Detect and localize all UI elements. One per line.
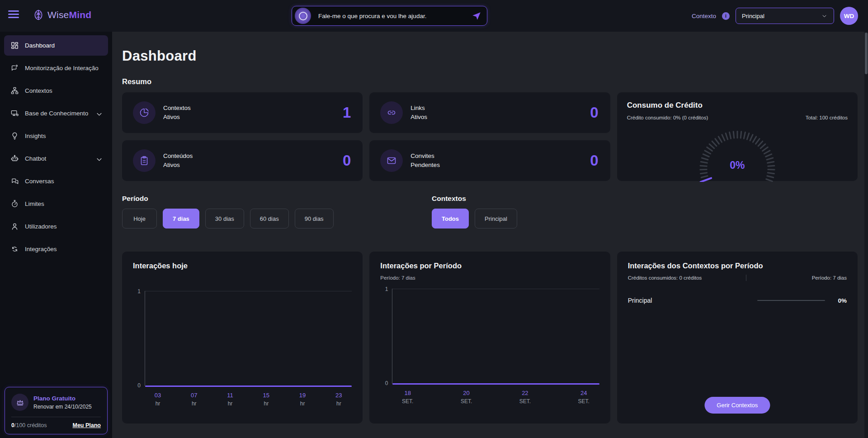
period-button-hoje[interactable]: Hoje — [122, 209, 157, 229]
info-icon[interactable] — [722, 12, 730, 20]
send-icon — [472, 11, 481, 21]
credit-card-title: Consumo de Crédito — [627, 101, 848, 110]
page-title: Dashboard — [122, 48, 858, 64]
sidebar-item-conversas[interactable]: Conversas — [4, 171, 108, 191]
contextos-ativos-value: 1 — [343, 104, 351, 121]
stopwatch-icon — [10, 200, 19, 208]
app-logo: WiseMind — [33, 9, 91, 21]
contexts-heading: Contextos — [432, 195, 517, 203]
gauge-value: 0% — [627, 159, 848, 171]
context-usage-bar — [757, 300, 825, 301]
context-button-principal[interactable]: Principal — [475, 209, 517, 229]
clipboard-icon — [133, 149, 156, 172]
send-button[interactable] — [466, 6, 487, 25]
conteudos-ativos-value: 0 — [343, 152, 351, 169]
chart-title: Interações por Período — [380, 262, 599, 270]
chat-bubbles-icon — [10, 177, 19, 186]
chart-subtitle: Período: 7 dias — [380, 275, 599, 281]
summary-card-contextos-ativos: ContextosAtivos 1 — [122, 92, 363, 133]
plan-name: Plano Gratuito — [33, 395, 92, 402]
sidebar: Dashboard Monitorização de Interação Con… — [0, 32, 112, 438]
meu-plano-link[interactable]: Meu Plano — [72, 422, 101, 428]
chart-interacoes-hoje: Interações hoje 1 0 03hr 07hr 11hr 15hr … — [122, 252, 363, 424]
context-name: Principal — [628, 297, 652, 304]
contexts-credits-text: Créditos consumidos: 0 créditos — [628, 275, 702, 281]
chart-title: Interações dos Contextos por Período — [628, 262, 847, 270]
convites-pendentes-value: 0 — [590, 152, 598, 169]
chevron-down-icon[interactable] — [95, 110, 102, 117]
chart-interacoes-por-periodo: Interações por Período Período: 7 dias 1… — [369, 252, 610, 424]
credits-counter: 0/100 créditos — [11, 422, 47, 428]
hamburger-menu-icon[interactable] — [8, 10, 19, 20]
integrations-icon — [10, 245, 19, 253]
chevron-down-icon[interactable] — [95, 155, 102, 162]
assistant-search-input[interactable] — [314, 13, 466, 19]
context-usage-percent: 0% — [825, 297, 847, 304]
avatar[interactable]: WD — [840, 7, 858, 25]
resumo-heading: Resumo — [122, 77, 858, 86]
sidebar-item-integracoes[interactable]: Integrações — [4, 239, 108, 259]
chart-title: Interações hoje — [133, 262, 352, 270]
pie-chart-icon — [133, 101, 156, 124]
summary-card-links-ativos: LinksAtivos 0 — [369, 92, 610, 133]
robot-icon — [10, 154, 19, 163]
credit-consumed-text: Crédito consumido: 0% (0 créditos) — [627, 115, 708, 120]
link-icon — [380, 101, 403, 124]
plan-renewal: Renovar em 24/10/2025 — [33, 404, 92, 410]
period-button-7-dias[interactable]: 7 dias — [163, 209, 199, 229]
chart-interacoes-contextos: Interações dos Contextos por Período Cré… — [617, 252, 858, 424]
y-axis-min-label: 0 — [385, 380, 388, 386]
context-button-todos[interactable]: Todos — [432, 209, 469, 229]
contexto-label: Contexto — [692, 13, 716, 19]
context-usage-row: Principal 0% — [628, 297, 847, 304]
app-title: WiseMind — [47, 10, 91, 20]
period-button-90-dias[interactable]: 90 dias — [295, 209, 334, 229]
crown-icon — [11, 394, 28, 411]
context-select[interactable]: Principal — [736, 8, 834, 24]
y-axis-max-label: 1 — [385, 286, 388, 292]
hierarchy-icon — [10, 86, 19, 95]
sidebar-item-dashboard[interactable]: Dashboard — [4, 35, 108, 56]
x-axis-ticks: 18SET. 20SET. 22SET. 24SET. — [392, 390, 599, 405]
plan-card: Plano Gratuito Renovar em 24/10/2025 0/1… — [5, 387, 108, 434]
contexts-period-text: Período: 7 dias — [812, 275, 847, 281]
x-axis-ticks: 03hr 07hr 11hr 15hr 19hr 23hr — [145, 392, 352, 407]
knowledge-base-icon — [10, 109, 19, 118]
sidebar-item-monitorizacao[interactable]: Monitorização de Interação — [4, 58, 108, 78]
main-content: Dashboard Resumo ContextosAtivos 1 Links… — [112, 32, 868, 438]
line-plot-area — [392, 289, 599, 384]
context-filter-group: Contextos Todos Principal — [432, 195, 517, 229]
sidebar-item-chatbot[interactable]: Chatbot — [4, 148, 108, 169]
y-axis-min-label: 0 — [137, 382, 141, 389]
sidebar-item-limites[interactable]: Limites — [4, 194, 108, 214]
dashboard-grid-icon — [10, 41, 19, 50]
user-icon — [10, 222, 19, 231]
interaction-monitor-icon — [10, 64, 19, 72]
sidebar-item-contextos[interactable]: Contextos — [4, 81, 108, 101]
links-ativos-value: 0 — [590, 104, 598, 121]
summary-card-convites-pendentes: ConvitesPendentes 0 — [369, 140, 610, 181]
credit-gauge: 0% — [627, 121, 848, 181]
assistant-search-bar[interactable] — [292, 6, 487, 26]
sidebar-item-utilizadores[interactable]: Utilizadores — [4, 216, 108, 237]
sidebar-item-insights[interactable]: Insights — [4, 126, 108, 146]
chevron-down-icon — [821, 13, 828, 19]
summary-card-conteudos-ativos: ConteúdosAtivos 0 — [122, 140, 363, 181]
credit-consumption-card: Consumo de Crédito Crédito consumido: 0%… — [617, 92, 858, 181]
envelope-icon — [380, 149, 403, 172]
period-button-60-dias[interactable]: 60 dias — [250, 209, 289, 229]
scrollbar[interactable] — [864, 32, 868, 438]
wisemind-logo-icon — [33, 9, 44, 21]
line-plot-area — [145, 291, 352, 386]
credit-total-text: Total: 100 créditos — [806, 115, 848, 120]
y-axis-max-label: 1 — [137, 288, 141, 295]
lightbulb-icon — [10, 132, 19, 140]
scrollbar-thumb[interactable] — [865, 33, 868, 74]
sidebar-item-base-conhecimento[interactable]: Base de Conhecimento — [4, 103, 108, 124]
period-button-30-dias[interactable]: 30 dias — [205, 209, 244, 229]
gerir-contextos-button[interactable]: Gerir Contextos — [704, 397, 770, 414]
assistant-orb-icon — [292, 6, 314, 25]
context-select-value: Principal — [742, 13, 764, 19]
topbar: WiseMind Contexto Principal WD — [0, 0, 868, 32]
